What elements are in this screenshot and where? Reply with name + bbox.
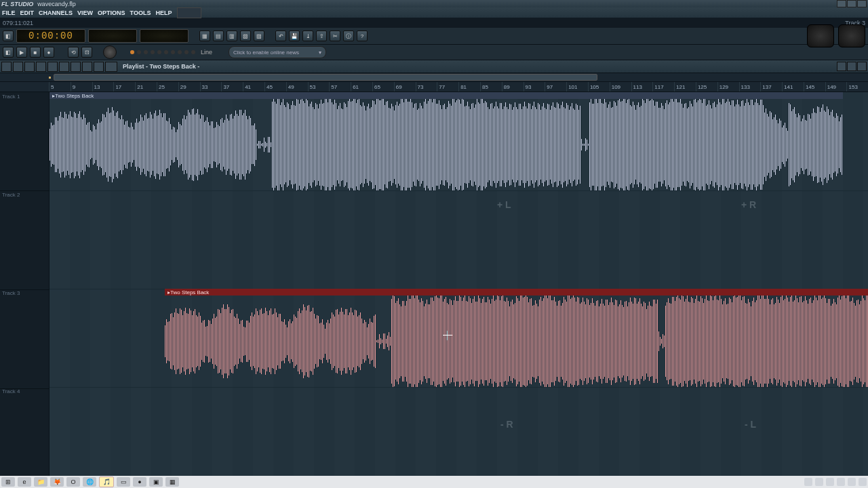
taskbar-app-icon-3[interactable]: ▣ [149,477,163,487]
zoom-tool[interactable] [82,62,92,72]
menu-icon[interactable] [1,62,12,72]
maximize-button[interactable] [847,0,856,7]
undo-button[interactable]: ↶ [275,30,286,41]
track-lanes[interactable]: Track 1 Track 2 Track 3 Track 4 Track 5 … [50,92,868,488]
rec-led-9[interactable] [184,50,189,54]
view-mixer-button[interactable]: ▨ [254,30,264,41]
info-button[interactable]: ⓘ [343,30,354,41]
help-button[interactable]: ? [357,30,368,41]
playhead-marker [49,77,51,79]
save-button[interactable]: 💾 [289,30,300,41]
audio-clip-bottom[interactable]: ▸Two Steps Back [165,289,868,387]
ghost-label-tr: + R [741,199,756,210]
taskbar-flstudio-icon[interactable]: 🎵 [99,476,114,487]
start-button[interactable]: ⊞ [1,477,15,487]
panel-min-button[interactable] [837,62,846,71]
tray-icon[interactable] [859,478,867,486]
clip-header: ▸Two Steps Back [165,289,868,296]
news-ticker[interactable]: Click to enable online news▾ [229,46,326,58]
menu-badge[interactable] [177,7,201,18]
menu-tools[interactable]: TOOLS [128,9,153,16]
snap-label[interactable]: Line [198,49,215,56]
render-button[interactable]: ⤓ [302,30,313,41]
cut-tool[interactable] [59,62,69,72]
menu-help[interactable]: HELP [153,9,174,16]
overview-scrollbar[interactable] [0,73,868,82]
main-menu-bar: FILE EDIT CHANNELS VIEW OPTIONS TOOLS HE… [0,7,868,18]
minimize-button[interactable] [837,0,846,7]
snap-menu[interactable] [13,62,23,72]
meter-display[interactable] [140,29,189,43]
taskbar-chrome-icon[interactable]: O [66,477,80,487]
close-button[interactable] [857,0,867,7]
view-playlist-button[interactable]: ▦ [199,30,210,41]
stop-button[interactable]: ■ [30,47,41,58]
ghost-label-bl: - R [500,419,513,430]
menu-options[interactable]: OPTIONS [96,9,127,16]
play-mode-button[interactable]: ◧ [3,47,14,58]
taskbar-app-icon-2[interactable]: ● [133,477,146,487]
tray-icon[interactable] [848,478,856,486]
rec-led-5[interactable] [157,50,161,54]
master-pitch-knob[interactable] [838,24,865,47]
select-tool[interactable] [71,62,81,72]
tray-icon[interactable] [837,478,845,486]
view-browser-button[interactable]: ▧ [240,30,251,41]
rec-led-2[interactable] [137,50,141,54]
taskbar-ie-icon[interactable]: e [18,477,31,487]
audio-clip-top[interactable]: ▸Two Steps Back [50,92,843,190]
tray-icon[interactable] [826,478,834,486]
taskbar-explorer-icon[interactable]: 📁 [34,477,47,487]
panel-max-button[interactable] [847,62,856,71]
pattern-selector[interactable] [103,45,117,59]
app-logo: FL STUDIO [1,1,33,7]
taskbar-app-icon-4[interactable]: ▦ [165,477,179,487]
playlist-area: Track 1 Track 2 Track 3 Track 4 Track 5 … [0,92,868,488]
rec-led-8[interactable] [178,50,182,54]
ghost-label-br: - L [745,419,756,430]
rec-led-10[interactable] [191,50,195,54]
rec-led-7[interactable] [171,50,175,54]
menu-file[interactable]: FILE [0,9,18,16]
rec-led-6[interactable] [164,50,168,54]
menu-view[interactable]: VIEW [75,9,95,16]
tempo-display[interactable] [88,29,137,43]
menu-channels[interactable]: CHANNELS [37,9,75,16]
menu-edit[interactable]: EDIT [18,9,37,16]
rec-led-1[interactable] [130,50,134,54]
record-button[interactable]: ● [43,47,54,58]
view-stepseq-button[interactable]: ▤ [213,30,224,41]
tray-icon[interactable] [815,478,823,486]
window-controls [837,0,867,7]
transport-row-2: ◧ ▶ ■ ● ⟲ ⊡ Line Click to enable online … [0,45,868,60]
play-button[interactable]: ▶ [16,47,27,58]
export-button[interactable]: ⇪ [316,30,327,41]
one-click-button[interactable]: ✂ [330,30,340,41]
system-tray[interactable] [804,478,867,486]
project-filename: wavecandy.flp [37,1,75,7]
pattern-song-toggle[interactable]: ◧ [3,30,14,41]
clip-header: ▸Two Steps Back [50,92,843,99]
taskbar-app-icon-1[interactable]: ▭ [117,477,130,487]
transport-bar: ◧ 0:00:00 ▦ ▤ ▥ ▧ ▨ ↶ 💾 ⤓ ⇪ ✂ ⓘ ? [0,28,868,45]
rec-led-4[interactable] [151,50,155,54]
erase-tool[interactable] [47,62,58,72]
view-pianoroll-button[interactable]: ▥ [226,30,237,41]
step-edit-button[interactable]: ⊡ [81,47,92,58]
playlist-toolbar: Playlist - Two Steps Back - [0,60,868,73]
paint-tool[interactable] [36,62,46,72]
master-volume-knob[interactable] [807,24,834,47]
time-ruler[interactable]: 5913172125293337414549535761656973778185… [0,82,868,92]
taskbar-firefox-icon[interactable]: 🦊 [50,477,64,487]
panel-close-button[interactable] [857,62,867,71]
song-loop-button[interactable]: ⟲ [68,47,79,58]
draw-tool[interactable] [24,62,35,72]
taskbar-browser-icon[interactable]: 🌐 [83,477,96,487]
time-display[interactable]: 0:00:00 [16,29,85,43]
playback-tool[interactable] [94,62,104,72]
tray-icon[interactable] [804,478,812,486]
scroll-lock[interactable] [105,62,117,72]
rec-led-3[interactable] [144,50,148,54]
scroll-thumb[interactable] [54,74,597,81]
lane-4[interactable]: Track 4 [50,387,868,486]
